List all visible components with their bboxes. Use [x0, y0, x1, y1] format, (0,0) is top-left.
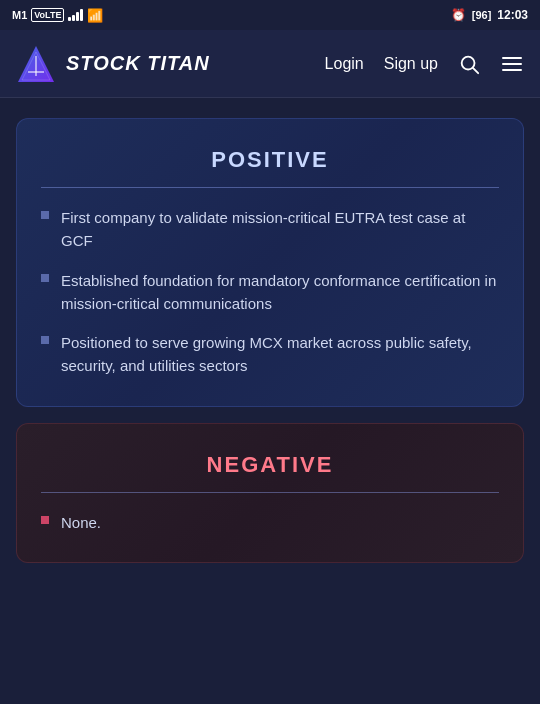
list-item: None.: [41, 511, 499, 534]
negative-card-title: Negative: [41, 452, 499, 493]
positive-bullet-list: First company to validate mission-critic…: [41, 206, 499, 378]
login-button[interactable]: Login: [325, 55, 364, 73]
time-label: 12:03: [497, 8, 528, 22]
nav-header: STOCK TITAN Login Sign up: [0, 30, 540, 98]
positive-card: Positive First company to validate missi…: [16, 118, 524, 407]
carrier-label: M1: [12, 9, 27, 21]
bullet-icon: [41, 516, 49, 524]
list-item: Positioned to serve growing MCX market a…: [41, 331, 499, 378]
svg-line-5: [473, 68, 478, 73]
status-bar: M1 VoLTE 📶 ⏰ [96] 12:03: [0, 0, 540, 30]
positive-card-title: Positive: [41, 147, 499, 188]
list-item: Established foundation for mandatory con…: [41, 269, 499, 316]
list-item-text: None.: [61, 511, 101, 534]
signup-button[interactable]: Sign up: [384, 55, 438, 73]
status-right: ⏰ [96] 12:03: [451, 8, 528, 22]
search-button[interactable]: [458, 53, 480, 75]
hamburger-icon: [500, 52, 524, 76]
list-item: First company to validate mission-critic…: [41, 206, 499, 253]
list-item-text: First company to validate mission-critic…: [61, 206, 499, 253]
wifi-icon: 📶: [87, 8, 103, 23]
logo-icon: [16, 44, 56, 84]
status-left: M1 VoLTE 📶: [12, 8, 103, 23]
bullet-icon: [41, 336, 49, 344]
bullet-icon: [41, 211, 49, 219]
nav-logo: STOCK TITAN: [16, 44, 210, 84]
battery-icon: [96]: [472, 9, 492, 21]
main-content: Positive First company to validate missi…: [0, 98, 540, 583]
signal-icon: [68, 9, 83, 21]
search-icon: [458, 53, 480, 75]
negative-card: Negative None.: [16, 423, 524, 563]
negative-bullet-list: None.: [41, 511, 499, 534]
menu-button[interactable]: [500, 52, 524, 76]
nav-actions: Login Sign up: [325, 52, 524, 76]
list-item-text: Positioned to serve growing MCX market a…: [61, 331, 499, 378]
volte-badge: VoLTE: [31, 8, 64, 22]
logo-text: STOCK TITAN: [66, 52, 210, 75]
alarm-icon: ⏰: [451, 8, 466, 22]
bullet-icon: [41, 274, 49, 282]
list-item-text: Established foundation for mandatory con…: [61, 269, 499, 316]
